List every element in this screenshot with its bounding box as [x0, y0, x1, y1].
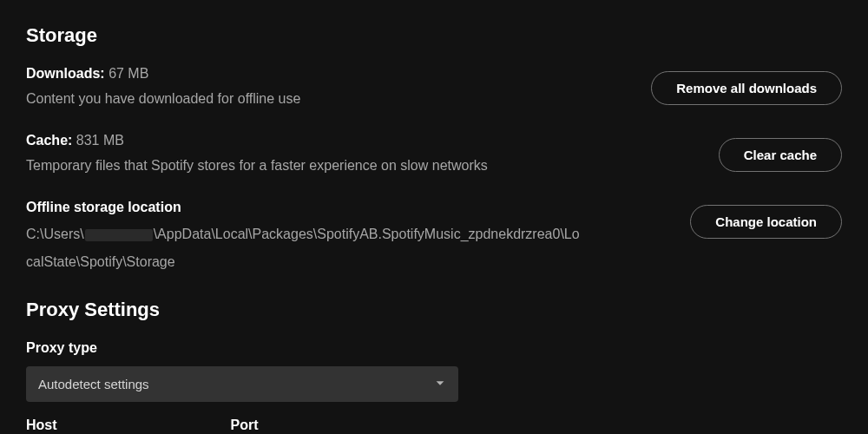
storage-section: Storage Downloads: 67 MB Content you hav… [26, 24, 842, 276]
proxy-type-select[interactable]: Autodetect settings [26, 366, 458, 402]
downloads-label-line: Downloads: 67 MB [26, 66, 582, 82]
cache-label-line: Cache: 831 MB [26, 133, 582, 148]
proxy-section: Proxy Settings Proxy type Autodetect set… [26, 299, 842, 433]
downloads-label: Downloads: [26, 66, 105, 81]
cache-value: 831 MB [76, 133, 124, 148]
offline-path: C:\Users\\AppData\Local\Packages\Spotify… [26, 220, 582, 276]
chevron-down-icon [434, 377, 446, 391]
port-label: Port [231, 418, 259, 433]
offline-row: Offline storage location C:\Users\\AppDa… [26, 200, 842, 276]
proxy-type-label: Proxy type [26, 340, 842, 356]
downloads-description: Content you have downloaded for offline … [26, 87, 582, 110]
downloads-value: 67 MB [108, 66, 148, 81]
host-label: Host [26, 418, 57, 433]
cache-row: Cache: 831 MB Temporary files that Spoti… [26, 133, 842, 177]
offline-path-prefix: C:\Users\ [26, 227, 84, 241]
clear-cache-button[interactable]: Clear cache [719, 138, 842, 172]
redacted-user [85, 229, 153, 241]
remove-all-downloads-button[interactable]: Remove all downloads [651, 71, 842, 105]
downloads-row: Downloads: 67 MB Content you have downlo… [26, 66, 842, 110]
proxy-title: Proxy Settings [26, 299, 842, 321]
cache-label: Cache: [26, 133, 72, 148]
cache-description: Temporary files that Spotify stores for … [26, 154, 582, 177]
change-location-button[interactable]: Change location [690, 205, 842, 239]
offline-label: Offline storage location [26, 200, 582, 215]
proxy-type-value: Autodetect settings [38, 377, 149, 391]
storage-title: Storage [26, 24, 842, 47]
